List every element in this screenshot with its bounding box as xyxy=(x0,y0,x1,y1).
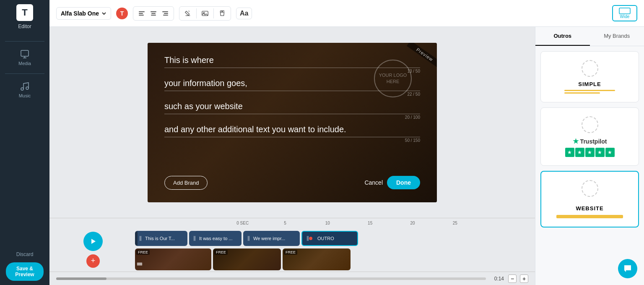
clip-4-outro[interactable]: OUTRO xyxy=(301,231,358,246)
website-bar xyxy=(556,215,623,218)
website-title: WEBSITE xyxy=(576,205,603,212)
add-brand-button[interactable]: Add Brand xyxy=(164,176,208,190)
chat-bubble[interactable] xyxy=(618,259,637,278)
trustpilot-logo-circle xyxy=(582,116,598,133)
bucket-icon[interactable] xyxy=(183,8,193,18)
clip-3[interactable]: We were impr... xyxy=(243,231,300,246)
text-clips-row: This is Our T... It was easy to ... xyxy=(135,231,533,246)
font-selector[interactable]: Alfa Slab One xyxy=(56,7,111,20)
free-badge-1: FREE xyxy=(136,250,150,255)
canvas-area: Preview YOUR LOGO HERE This is where 13 … xyxy=(49,27,644,285)
text-field-1[interactable]: This is where 13 / 50 xyxy=(164,55,420,73)
sidebar-item-music[interactable]: Music xyxy=(0,77,49,102)
text-field-4-count: 50 / 150 xyxy=(164,138,420,143)
color-picker[interactable]: T xyxy=(116,8,128,19)
star-1: ★ xyxy=(565,148,574,157)
text-field-1-text: This is where xyxy=(164,55,420,65)
svg-point-1 xyxy=(21,88,23,90)
svg-marker-15 xyxy=(91,239,96,244)
trash-icon[interactable] xyxy=(217,8,227,18)
sidebar-divider-2 xyxy=(5,73,44,74)
scrollbar-thumb xyxy=(56,277,106,280)
text-field-3-underline xyxy=(164,114,420,114)
video-clip-1-icon xyxy=(137,261,143,267)
svg-rect-11 xyxy=(163,15,168,16)
clip-1-handle-right xyxy=(135,231,138,246)
zoom-in-button[interactable]: + xyxy=(520,275,528,283)
svg-rect-0 xyxy=(21,50,29,56)
clip-2[interactable]: It was easy to ... xyxy=(189,231,242,246)
sidebar-divider-1 xyxy=(5,41,44,42)
clip-1[interactable]: This is Our T... xyxy=(135,231,187,246)
zoom-out-button[interactable]: − xyxy=(508,275,517,283)
svg-rect-7 xyxy=(151,13,156,14)
text-field-4[interactable]: and any other additional text you want t… xyxy=(164,125,420,143)
cancel-button[interactable]: Cancel xyxy=(364,179,383,186)
simple-line-1 xyxy=(564,90,615,91)
timeline-scrollbar[interactable] xyxy=(56,277,486,280)
text-field-2-count: 22 / 50 xyxy=(164,92,420,97)
text-field-2[interactable]: your information goes, 22 / 50 xyxy=(164,78,420,97)
star-3: ★ xyxy=(585,148,595,157)
svg-rect-6 xyxy=(151,11,156,12)
sidebar: T Editor Media Music Discard Save & Prev… xyxy=(0,0,49,285)
svg-point-2 xyxy=(26,87,29,89)
save-preview-button[interactable]: Save & Preview xyxy=(6,262,44,281)
play-button[interactable] xyxy=(83,232,103,251)
ruler-mark-10: 10 xyxy=(306,221,349,225)
svg-rect-24 xyxy=(137,263,142,266)
timeline-content: + This is Our T... xyxy=(49,227,535,272)
trustpilot-logo: ★ Trustpilot xyxy=(573,137,607,145)
format-group xyxy=(179,6,231,21)
zoom-controls: − + xyxy=(508,275,528,283)
svg-rect-19 xyxy=(195,236,196,241)
wide-label: Wide xyxy=(620,14,630,19)
svg-rect-23 xyxy=(308,236,309,241)
star-2: ★ xyxy=(575,148,584,157)
tab-outros[interactable]: Outros xyxy=(535,27,590,46)
tab-my-brands[interactable]: My Brands xyxy=(590,27,644,46)
video-clip-2[interactable]: FREE xyxy=(213,248,281,270)
text-style-button[interactable]: Aa xyxy=(236,8,252,19)
svg-rect-21 xyxy=(249,236,250,241)
text-field-3[interactable]: such as your website 20 / 100 xyxy=(164,102,420,120)
play-icon xyxy=(89,237,97,246)
video-frame: Preview YOUR LOGO HERE This is where 13 … xyxy=(148,43,437,202)
timeline-ruler: 0 SEC 5 10 15 20 25 xyxy=(49,218,535,227)
sidebar-item-media[interactable]: Media xyxy=(0,45,49,70)
svg-rect-18 xyxy=(194,236,195,241)
font-name: Alfa Slab One xyxy=(61,10,99,17)
ruler-mark-20: 20 xyxy=(391,221,434,225)
text-field-3-text: such as your website xyxy=(164,102,420,111)
discard-button[interactable]: Discard xyxy=(16,251,34,257)
star-4: ★ xyxy=(595,148,605,157)
image-icon[interactable] xyxy=(200,8,210,18)
video-clip-3[interactable]: FREE xyxy=(283,248,351,270)
outro-card-website[interactable]: WEBSITE xyxy=(540,171,639,227)
outro-card-simple[interactable]: SIMPLE xyxy=(540,51,639,102)
svg-rect-22 xyxy=(307,236,308,241)
align-left-icon[interactable] xyxy=(137,8,147,18)
add-clip-button[interactable]: + xyxy=(86,254,100,268)
wide-button[interactable]: Wide xyxy=(612,5,637,21)
svg-rect-14 xyxy=(619,8,630,14)
timeline: 0 SEC 5 10 15 20 25 xyxy=(49,218,535,285)
svg-rect-3 xyxy=(139,11,145,12)
ruler-marks: 0 SEC 5 10 15 20 25 xyxy=(221,221,476,225)
video-preview: Preview YOUR LOGO HERE This is where 13 … xyxy=(49,27,535,218)
trustpilot-stars: ★ ★ ★ ★ ★ xyxy=(565,148,615,157)
clip-1-label: This is Our T... xyxy=(142,236,175,241)
text-field-4-text: and any other additional text you want t… xyxy=(164,125,420,134)
text-field-1-underline xyxy=(164,68,420,68)
svg-rect-5 xyxy=(139,15,144,16)
done-button[interactable]: Done xyxy=(387,176,420,189)
video-clip-1[interactable]: FREE xyxy=(135,248,211,270)
svg-rect-10 xyxy=(164,13,168,14)
align-right-icon[interactable] xyxy=(160,8,170,18)
outro-card-trustpilot[interactable]: ★ Trustpilot ★ ★ ★ ★ ★ xyxy=(540,107,639,166)
editor-label: Editor xyxy=(18,24,31,29)
ruler-mark-0: 0 SEC xyxy=(221,221,264,225)
align-center-icon[interactable] xyxy=(148,8,158,18)
toolbar: Alfa Slab One T xyxy=(49,0,644,27)
video-preview-wrap: Preview YOUR LOGO HERE This is where 13 … xyxy=(49,27,535,285)
